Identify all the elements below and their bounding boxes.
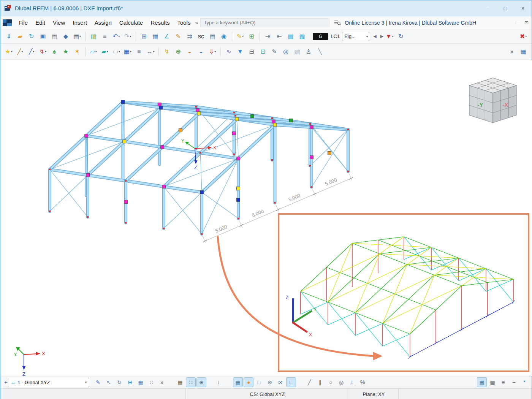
walk-mode-icon[interactable]: ♙▾ [303,46,314,57]
cs-move-icon[interactable]: ↖▾ [104,377,114,387]
print-graphic-icon[interactable]: ▤▾ [49,31,60,42]
menu-results[interactable]: Results [147,18,173,27]
redo-icon[interactable]: ↷▾ [122,31,133,42]
measure-icon[interactable]: ╲▾ [315,46,325,57]
new-member-icon[interactable]: ♠▾ [49,46,60,57]
snap-on-icon[interactable]: ▦▾ [233,377,243,387]
printout-icon[interactable]: ≡▾ [100,31,110,42]
object-snap-settings-icon[interactable]: *▾ [519,377,529,387]
new-opening-icon[interactable]: ▭▾ [111,46,122,57]
cs-rotate-icon[interactable]: ↻▾ [114,377,124,387]
main-viewport[interactable]: 5.0005.0005.0005.000XYZXYZ-Y-XZYX [0,60,532,376]
structure-generate-icon[interactable]: ✶▾ [72,46,82,57]
snap-intersection-icon[interactable]: ⊗▾ [265,377,275,387]
save-icon[interactable]: ◆▾ [60,31,71,42]
nodal-support-icon[interactable]: ↯▾ [162,46,172,57]
maximize-button[interactable]: □ [497,0,514,16]
grid-settings-icon[interactable]: ∷▾ [146,377,156,387]
table-list-icon[interactable]: ▤▾ [207,31,218,42]
new-polyline-icon[interactable]: ↯▾ [38,46,48,57]
grid-adapt-icon[interactable]: ▩▾ [488,377,497,387]
navigator-icon[interactable]: ▣▾ [38,31,48,42]
notes-icon[interactable]: ✎▾ [269,46,280,57]
table-grid-icon[interactable]: ▦▾ [150,31,161,42]
dimension-icon[interactable]: ↔▾ [145,46,156,57]
work-plane-xy-icon[interactable]: ⊞▾ [125,377,135,387]
menu-file[interactable]: File [15,18,32,27]
work-plane-grid-icon[interactable]: ▦▾ [136,377,146,387]
self-weight-badge[interactable]: G [313,33,328,40]
filter-view-icon[interactable]: ▼▾ [235,46,245,57]
snap-nearest-icon[interactable]: ⊥▾ [347,377,357,387]
member-hinge-icon[interactable]: ◒▾ [184,46,195,57]
grid-display-icon[interactable]: ▦▾ [477,377,487,387]
menu-edit[interactable]: Edit [32,18,49,27]
bottom-overflow-icon[interactable]: »▾ [157,377,167,387]
edit-section-icon[interactable]: ✎▾ [235,31,245,42]
line-support-icon[interactable]: ⊕▾ [173,46,184,57]
undo-icon[interactable]: ↶▾ [111,31,122,42]
menu-insert[interactable]: Insert [69,18,91,27]
close-button[interactable]: × [514,0,532,16]
web-service-icon[interactable]: ◉▾ [218,31,229,42]
restore-panel-icon[interactable]: ⊡ [524,20,529,25]
view-cube[interactable]: -Y-X [469,78,516,123]
render-icon[interactable]: ▧▾ [292,46,302,57]
filter-loads-icon[interactable]: ▼▾ [384,31,395,42]
snap-line-icon[interactable]: ╱▾ [304,377,314,387]
snap-lock-icon[interactable]: ●▾ [244,377,253,387]
new-node-icon[interactable]: ★▾ [3,46,14,57]
new-surface-icon[interactable]: ▱▾ [88,46,99,57]
snap-box-icon[interactable]: □▾ [254,377,264,387]
table-toggle-icon[interactable]: ▦▾ [518,46,529,57]
snap-parallel-icon[interactable]: ∥▾ [315,377,325,387]
menu-view[interactable]: View [49,18,69,27]
insert-cell-icon[interactable]: ⊞▾ [246,31,257,42]
minimize-button[interactable]: – [479,0,497,16]
snap-grid-icon[interactable]: ▦▾ [175,377,185,387]
collapse-ribbon-icon[interactable]: — [515,20,520,25]
menu-calculate[interactable]: Calculate [116,18,147,27]
load-case-combo[interactable]: Eig... ▾ [342,32,370,41]
keyword-search-input[interactable] [200,18,329,27]
new-line-type-icon[interactable]: ╱▾ [26,46,37,57]
new-solid-icon[interactable]: ▰▾ [100,46,110,57]
table-next-icon[interactable]: ⇉▾ [184,31,195,42]
layers-icon[interactable]: ≡▾ [498,377,508,387]
toolbar-overflow-icon[interactable]: »▾ [507,46,517,57]
clipping-icon[interactable]: ⊟▾ [246,46,257,57]
guidelines-icon[interactable]: ∟▾ [215,377,225,387]
orbit-icon[interactable]: ↻▾ [396,31,406,42]
menu-tools[interactable]: Tools [173,18,194,27]
import-table-icon[interactable]: ⇥▾ [263,31,273,42]
copy-block-icon[interactable]: ■▾ [134,46,144,57]
snap-tangent-icon[interactable]: ○▾ [326,377,336,387]
member-set-icon[interactable]: ★▾ [60,46,71,57]
hide-grid-icon[interactable]: −▾ [509,377,519,387]
visibility-icon[interactable]: ◎▾ [280,46,291,57]
sync-icon[interactable]: ↻▾ [26,31,37,42]
snap-perpendicular-icon[interactable]: ∟▾ [286,377,296,387]
coordinate-system-select[interactable]: ▱ 1 - Global XYZ ▾ [9,378,89,387]
print-icon[interactable]: ▤▾ [72,31,82,42]
table-sc-icon[interactable]: sc▾ [196,31,206,42]
clear-results-icon[interactable]: ✖▾ [518,31,529,42]
import-model-icon[interactable]: ⇓▾ [3,31,14,42]
snap-center-icon[interactable]: ⊠▾ [276,377,285,387]
export-table-icon[interactable]: ⇤▾ [274,31,285,42]
solid-display-icon[interactable]: ▩▾ [297,31,307,42]
table-edit-icon[interactable]: ✎▾ [173,31,184,42]
menu-assign[interactable]: Assign [91,18,116,27]
diagram-icon[interactable]: ∠▾ [162,31,172,42]
table-icon[interactable]: ⊞▾ [139,31,149,42]
previous-load-case-button[interactable]: ◀ [372,33,377,40]
edit-cs-icon[interactable]: ✎▾ [93,377,103,387]
snap-percent-icon[interactable]: %▾ [358,377,367,387]
snap-circle-icon[interactable]: ◎▾ [336,377,346,387]
result-beam-icon[interactable]: ⊡▾ [258,46,268,57]
open-model-icon[interactable]: ▰▾ [15,31,25,42]
snap-zoom-icon[interactable]: ⊕▾ [196,377,206,387]
new-block-icon[interactable]: ▦▾ [122,46,133,57]
search-lists-icon[interactable] [334,20,341,26]
render-mode-icon[interactable]: ▩▾ [285,31,296,42]
